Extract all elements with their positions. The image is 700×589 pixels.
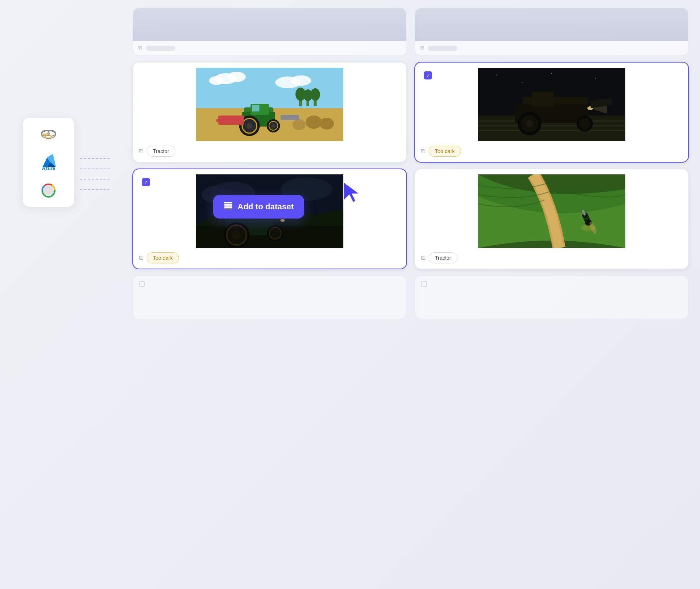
card-lower-right-footer: ⧉ Tractor — [420, 252, 683, 263]
svg-point-47 — [551, 73, 552, 74]
card-top-left: ⧉ — [132, 7, 407, 56]
card-bottom-right — [414, 275, 689, 319]
tag-tractor-lower-right: Tractor — [429, 252, 457, 263]
gcp-icon — [40, 180, 57, 198]
svg-point-46 — [522, 82, 523, 83]
svg-rect-31 — [252, 105, 260, 111]
svg-point-17 — [291, 75, 311, 86]
dataset-svg-icon — [224, 201, 233, 210]
svg-point-25 — [306, 116, 322, 129]
cloud-sidebar: aws Azure — [23, 118, 74, 207]
card-top-right-image — [415, 8, 688, 41]
tag-tractor-mid-left: Tractor — [147, 146, 175, 157]
checkbox-lower-right[interactable] — [424, 178, 432, 186]
svg-point-76 — [232, 231, 241, 239]
svg-point-26 — [319, 118, 334, 129]
svg-rect-54 — [532, 92, 554, 106]
card-mid-left-footer: ⧉ Tractor — [138, 146, 401, 157]
svg-rect-91 — [224, 206, 232, 208]
card-lower-left-footer: ⧉ Too dark — [138, 252, 401, 263]
svg-point-27 — [293, 119, 306, 130]
svg-point-88 — [581, 225, 596, 231]
dashed-line-3 — [80, 179, 110, 180]
svg-rect-12 — [196, 68, 343, 108]
svg-point-34 — [247, 123, 253, 129]
aws-provider: aws — [39, 127, 58, 141]
checkbox-mid-left[interactable] — [142, 71, 150, 79]
svg-point-61 — [579, 118, 591, 129]
cards-row-1: ⧉ Tractor ✓ — [121, 56, 700, 163]
svg-point-48 — [596, 78, 596, 79]
add-to-dataset-label: Add to dataset — [238, 202, 294, 212]
copy-icon-mid-left[interactable]: ⧉ — [139, 148, 143, 155]
copy-icon-lower-left[interactable]: ⧉ — [139, 255, 143, 261]
copy-icon-top-right[interactable]: ⧉ — [420, 45, 424, 52]
card-mid-right[interactable]: ✓ — [414, 62, 689, 163]
svg-rect-42 — [281, 115, 299, 120]
svg-point-15 — [209, 76, 224, 85]
card-mid-right-image: ✓ — [420, 68, 683, 141]
svg-rect-40 — [218, 116, 244, 125]
svg-point-45 — [496, 75, 497, 75]
svg-point-59 — [526, 120, 533, 127]
card-top-right-footer: ⧉ — [415, 41, 688, 55]
card-mid-left[interactable]: ⧉ Tractor — [132, 62, 407, 163]
card-bottom-left — [132, 275, 407, 319]
card-top-right: ⧉ — [414, 7, 689, 56]
card-mid-left-image — [138, 68, 401, 141]
tractor-night-image — [420, 68, 683, 141]
svg-rect-90 — [224, 204, 232, 206]
cards-row-2: ✓ — [121, 163, 700, 269]
svg-rect-89 — [224, 202, 232, 203]
copy-icon-top-left[interactable]: ⧉ — [138, 45, 142, 52]
placeholder-tag-top-left — [146, 46, 175, 51]
copy-icon-mid-right[interactable]: ⧉ — [421, 148, 425, 155]
card-top-left-footer: ⧉ — [133, 41, 406, 55]
svg-point-37 — [272, 124, 275, 128]
cursor-arrow — [342, 180, 362, 206]
dashed-line-4 — [80, 189, 110, 190]
top-partial-row: ⧉ ⧉ — [121, 0, 700, 56]
card-top-left-image — [133, 8, 406, 41]
dashed-lines — [80, 158, 110, 190]
dashed-line-2 — [80, 168, 110, 169]
svg-point-14 — [228, 72, 246, 82]
svg-text:aws: aws — [43, 132, 50, 136]
tractor-field-day-image — [138, 68, 401, 141]
checkbox-lower-left[interactable]: ✓ — [142, 178, 150, 186]
main-content: ⧉ ⧉ — [121, 0, 700, 589]
card-lower-right[interactable]: ⧉ Tractor — [414, 168, 689, 269]
add-to-dataset-tooltip[interactable]: Add to dataset — [213, 195, 304, 219]
svg-point-81 — [281, 219, 285, 222]
tag-too-dark-mid-right: Too dark — [429, 146, 461, 157]
svg-text:Azure: Azure — [42, 166, 55, 170]
svg-marker-93 — [344, 182, 360, 202]
aws-icon: aws — [39, 127, 58, 141]
svg-rect-92 — [224, 209, 232, 209]
dataset-icon — [224, 201, 233, 213]
card-mid-right-footer: ⧉ Too dark — [420, 146, 683, 157]
svg-point-23 — [311, 88, 320, 101]
card-lower-right-image — [420, 174, 683, 248]
tag-too-dark-lower-left: Too dark — [147, 252, 179, 263]
bottom-row — [121, 269, 700, 319]
azure-icon: Azure — [39, 151, 58, 170]
cursor-arrow-svg — [342, 180, 362, 204]
checkbox-mid-right[interactable]: ✓ — [424, 71, 432, 79]
azure-provider: Azure — [39, 151, 58, 170]
card-lower-left[interactable]: ✓ — [132, 168, 407, 269]
copy-icon-lower-right[interactable]: ⧉ — [421, 255, 425, 261]
dashed-line-1 — [80, 158, 110, 159]
gcp-provider — [40, 180, 57, 198]
tractor-aerial-image — [420, 174, 683, 248]
placeholder-tag-top-right — [428, 46, 457, 51]
svg-rect-41 — [217, 119, 220, 122]
